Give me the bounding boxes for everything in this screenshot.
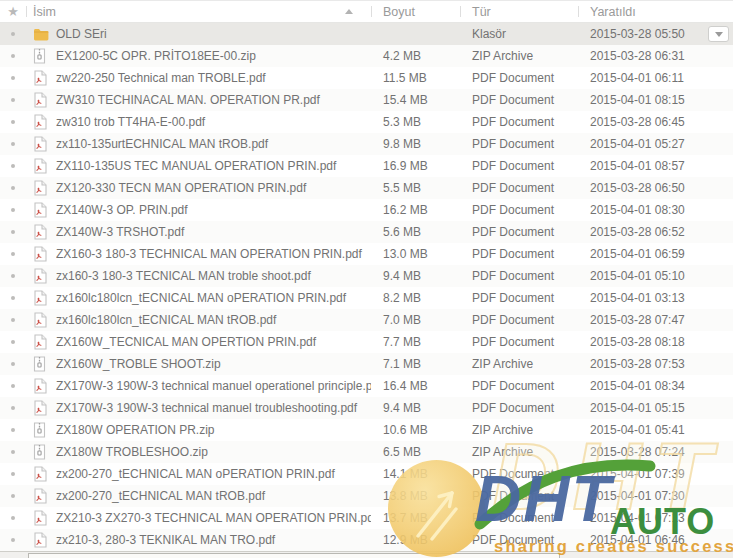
- column-header-favorite[interactable]: ★: [0, 1, 26, 22]
- table-row[interactable]: ZX170W-3 190W-3 technical manuel operati…: [0, 375, 733, 397]
- file-size: 10.6 MB: [371, 423, 460, 437]
- file-created: 2015-03-28 07:47: [578, 313, 733, 327]
- file-type: PDF Document: [460, 115, 578, 129]
- file-type: PDF Document: [460, 71, 578, 85]
- file-name: ZX170W-3 190W-3 technical manuel trouble…: [56, 401, 371, 415]
- pdf-file-icon: [26, 290, 56, 306]
- table-row[interactable]: zx200-270_tECHNICAL MAN oPERATION PRIN.p…: [0, 463, 733, 485]
- column-label-name: İsim: [33, 5, 56, 19]
- favorite-dot-icon: [11, 274, 15, 278]
- star-icon: ★: [7, 5, 19, 18]
- file-type: PDF Document: [460, 181, 578, 195]
- file-size: 5.6 MB: [371, 225, 460, 239]
- file-type: PDF Document: [460, 137, 578, 151]
- table-row[interactable]: ZX110-135US TEC MANUAL OPERATION PRIN.pd…: [0, 155, 733, 177]
- file-type: PDF Document: [460, 489, 578, 503]
- file-type: PDF Document: [460, 291, 578, 305]
- list-header: ★ İsim Boyut Tür Yaratıldı: [0, 0, 733, 23]
- table-row[interactable]: ZX160W_TECNICAL MAN OPERTION PRIN.pdf 7.…: [0, 331, 733, 353]
- file-name: ZX160W_TROBLE SHOOT.zip: [56, 357, 371, 371]
- file-manager-window: ★ İsim Boyut Tür Yaratıldı OLD SEri Klas…: [0, 0, 733, 558]
- table-row[interactable]: ZX170W-3 190W-3 technical manuel trouble…: [0, 397, 733, 419]
- file-type: PDF Document: [460, 247, 578, 261]
- file-type: ZIP Archive: [460, 49, 578, 63]
- favorite-dot-icon: [11, 186, 15, 190]
- file-size: 7.1 MB: [371, 357, 460, 371]
- pdf-file-icon: [26, 114, 56, 130]
- table-row[interactable]: zw220-250 Technical man TROBLE.pdf 11.5 …: [0, 67, 733, 89]
- file-created: 2015-04-01 08:57: [578, 159, 733, 173]
- pdf-file-icon: [26, 532, 56, 548]
- table-row[interactable]: zw310 trob TT4HA-E-00.pdf 5.3 MB PDF Doc…: [0, 111, 733, 133]
- table-row[interactable]: ZW310 TECHINACAL MAN. OPERATION PR.pdf 1…: [0, 89, 733, 111]
- table-row[interactable]: ZX140W-3 OP. PRIN.pdf 16.2 MB PDF Docume…: [0, 199, 733, 221]
- favorite-dot-icon: [11, 538, 15, 542]
- file-created: 2015-04-01 05:41: [578, 423, 733, 437]
- column-header-name[interactable]: İsim: [26, 1, 371, 22]
- file-size: 15.4 MB: [371, 93, 460, 107]
- table-row[interactable]: zx110-135urtECHNICAL MAN tROB.pdf 9.8 MB…: [0, 133, 733, 155]
- favorite-dot-icon: [11, 384, 15, 388]
- table-row[interactable]: ZX140W-3 TRSHOT.pdf 5.6 MB PDF Document …: [0, 221, 733, 243]
- file-type: PDF Document: [460, 401, 578, 415]
- file-created: 2015-04-01 07:39: [578, 467, 733, 481]
- table-row[interactable]: ZX160-3 180-3 TECHNICAL MAN OPERATION PR…: [0, 243, 733, 265]
- pdf-file-icon: [26, 488, 56, 504]
- file-created: 2015-04-01 05:15: [578, 401, 733, 415]
- file-name: ZX140W-3 OP. PRIN.pdf: [56, 203, 371, 217]
- pdf-file-icon: [26, 92, 56, 108]
- pdf-file-icon: [26, 312, 56, 328]
- file-created: 2015-03-28 06:45: [578, 115, 733, 129]
- favorite-dot-icon: [11, 120, 15, 124]
- file-size: 13.0 MB: [371, 247, 460, 261]
- file-name: ZX180W OPERATION PR.zip: [56, 423, 371, 437]
- table-row[interactable]: ZX180W TROBLESHOO.zip 6.5 MB ZIP Archive…: [0, 441, 733, 463]
- file-type: PDF Document: [460, 269, 578, 283]
- row-options-button[interactable]: [708, 26, 729, 42]
- table-row[interactable]: OLD SEri Klasör 2015-03-28 05:50: [0, 23, 733, 45]
- table-row[interactable]: zx160lc180lcn_tECNICAL MAN tROB.pdf 7.0 …: [0, 309, 733, 331]
- favorite-dot-icon: [11, 252, 15, 256]
- favorite-dot-icon: [11, 208, 15, 212]
- file-created: 2015-04-01 08:15: [578, 93, 733, 107]
- file-size: 8.2 MB: [371, 291, 460, 305]
- column-header-size[interactable]: Boyut: [371, 1, 460, 22]
- file-type: ZIP Archive: [460, 357, 578, 371]
- table-row[interactable]: zx200-270_tECHNICAL MAN tROB.pdf 13.8 MB…: [0, 485, 733, 507]
- horizontal-scrollbar[interactable]: [0, 551, 733, 558]
- horizontal-scrollbar-thumb[interactable]: [28, 553, 560, 558]
- zip-file-icon: [26, 444, 56, 460]
- favorite-dot-icon: [11, 318, 15, 322]
- table-row[interactable]: zx210-3, 280-3 TEKNIKAL MAN TRO.pdf 12.9…: [0, 529, 733, 551]
- pdf-file-icon: [26, 400, 56, 416]
- pdf-file-icon: [26, 246, 56, 262]
- file-size: 14.1 MB: [371, 467, 460, 481]
- favorite-dot-icon: [11, 32, 15, 36]
- file-type: ZIP Archive: [460, 423, 578, 437]
- table-row[interactable]: ZX120-330 TECN MAN OPERATION PRIN.pdf 5.…: [0, 177, 733, 199]
- file-created: 2015-04-01 05:27: [578, 137, 733, 151]
- column-header-created[interactable]: Yaratıldı: [578, 1, 733, 22]
- file-size: 5.3 MB: [371, 115, 460, 129]
- favorite-dot-icon: [11, 516, 15, 520]
- file-created: 2015-04-01 05:10: [578, 269, 733, 283]
- file-size: 12.9 MB: [371, 533, 460, 547]
- favorite-dot-icon: [11, 76, 15, 80]
- pdf-file-icon: [26, 158, 56, 174]
- column-header-type[interactable]: Tür: [460, 1, 578, 22]
- pdf-file-icon: [26, 136, 56, 152]
- file-type: PDF Document: [460, 203, 578, 217]
- table-row[interactable]: zx160lc180lcn_tECNICAL MAN oPERATION PRI…: [0, 287, 733, 309]
- pdf-file-icon: [26, 224, 56, 240]
- table-row[interactable]: ZX180W OPERATION PR.zip 10.6 MB ZIP Arch…: [0, 419, 733, 441]
- file-created: 2015-04-01 07:30: [578, 489, 733, 503]
- table-row[interactable]: zx160-3 180-3 TECNICAL MAN troble shoot.…: [0, 265, 733, 287]
- file-name: ZX180W TROBLESHOO.zip: [56, 445, 371, 459]
- sort-ascending-icon: [345, 9, 353, 14]
- table-row[interactable]: ZX160W_TROBLE SHOOT.zip 7.1 MB ZIP Archi…: [0, 353, 733, 375]
- table-row[interactable]: ZX210-3 ZX270-3 TECHNICAL MAN OPERATION …: [0, 507, 733, 529]
- zip-file-icon: [26, 356, 56, 372]
- favorite-dot-icon: [11, 494, 15, 498]
- column-label-type: Tür: [472, 5, 491, 19]
- table-row[interactable]: EX1200-5C OPR. PRİTO18EE-00.zip 4.2 MB Z…: [0, 45, 733, 67]
